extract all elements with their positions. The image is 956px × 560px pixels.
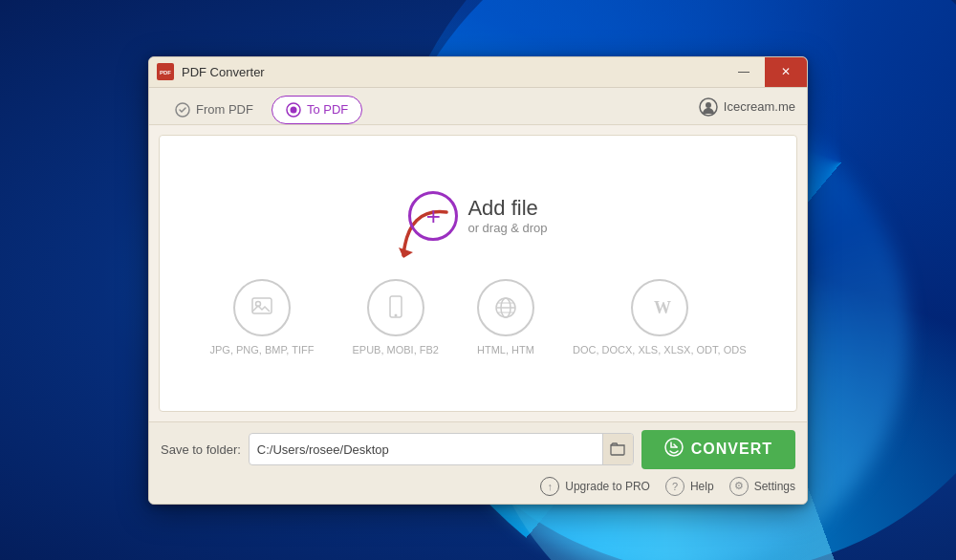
format-epub-icon	[367, 279, 424, 336]
convert-icon	[664, 438, 684, 462]
tab-bar: From PDF To PDF Icecream.me	[149, 88, 807, 125]
window-title: PDF Converter	[182, 65, 265, 79]
format-epub-label: EPUB, MOBI, FB2	[353, 344, 439, 355]
save-row: Save to folder:	[161, 430, 795, 469]
bottom-bar: Save to folder:	[149, 421, 807, 504]
folder-input-wrapper	[249, 433, 634, 465]
plus-icon: +	[426, 204, 441, 228]
add-file-text: Add file or drag & drop	[467, 196, 547, 235]
svg-point-4	[290, 106, 296, 113]
brand-label: Icecream.me	[724, 99, 795, 114]
format-html-icon	[477, 279, 534, 336]
svg-point-10	[394, 313, 397, 316]
tabs: From PDF To PDF	[161, 96, 362, 124]
settings-label: Settings	[754, 480, 795, 493]
format-html: HTML, HTM	[477, 279, 534, 355]
add-file-section: + Add file or drag & drop	[408, 191, 547, 241]
svg-point-6	[706, 102, 711, 108]
save-label: Save to folder:	[161, 442, 241, 457]
format-jpg: JPG, PNG, BMP, TIFF	[209, 279, 314, 355]
help-icon: ?	[665, 477, 684, 496]
action-row: ↑ Upgrade to PRO ? Help ⚙ Settings	[161, 477, 795, 496]
tab-from-pdf[interactable]: From PDF	[161, 96, 268, 124]
upgrade-button[interactable]: ↑ Upgrade to PRO	[540, 477, 650, 496]
tab-to-pdf[interactable]: To PDF	[272, 96, 362, 124]
minimize-button[interactable]: —	[723, 56, 765, 87]
format-doc-label: DOC, DOCX, XLS, XLSX, ODT, ODS	[573, 344, 747, 355]
help-label: Help	[690, 480, 714, 493]
svg-text:W: W	[654, 298, 671, 317]
settings-icon: ⚙	[729, 477, 749, 496]
app-window: PDF PDF Converter — ✕ From PDF	[148, 56, 808, 505]
window-controls: — ✕	[723, 57, 807, 87]
add-file-button[interactable]: +	[408, 191, 458, 241]
close-button[interactable]: ✕	[765, 56, 807, 87]
add-file-subtitle: or drag & drop	[467, 221, 547, 235]
format-html-label: HTML, HTM	[477, 344, 534, 355]
upgrade-label: Upgrade to PRO	[565, 480, 650, 493]
app-icon: PDF	[157, 63, 174, 80]
convert-label: CONVERT	[691, 441, 772, 458]
title-bar: PDF PDF Converter — ✕	[149, 57, 807, 88]
folder-browse-button[interactable]	[602, 434, 633, 464]
help-button[interactable]: ? Help	[665, 477, 714, 496]
upgrade-icon: ↑	[540, 477, 559, 496]
convert-button[interactable]: CONVERT	[641, 430, 795, 469]
format-jpg-icon	[233, 279, 291, 336]
folder-path-input[interactable]	[250, 437, 602, 463]
format-epub: EPUB, MOBI, FB2	[353, 279, 439, 355]
format-doc-icon: W	[631, 279, 688, 336]
svg-text:PDF: PDF	[160, 70, 171, 75]
settings-button[interactable]: ⚙ Settings	[729, 477, 795, 496]
format-jpg-label: JPG, PNG, BMP, TIFF	[209, 344, 314, 355]
add-file-title: Add file	[467, 196, 547, 221]
main-content: + Add file or drag & drop JPG, PNG,	[159, 135, 797, 412]
format-doc: W DOC, DOCX, XLS, XLSX, ODT, ODS	[573, 279, 747, 355]
format-icons-row: JPG, PNG, BMP, TIFF EPUB, MOBI, FB2	[209, 279, 746, 355]
brand-link[interactable]: Icecream.me	[699, 97, 795, 122]
